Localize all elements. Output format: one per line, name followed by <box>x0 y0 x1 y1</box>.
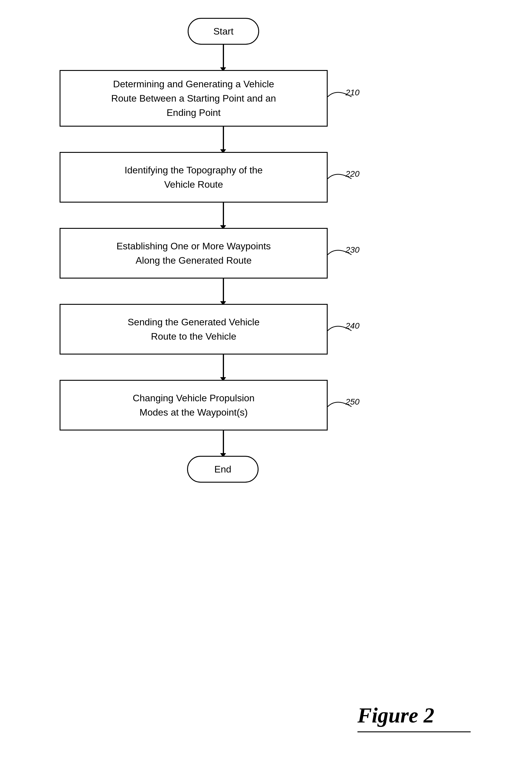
ref-210: 210 <box>346 88 360 97</box>
diagram-container: Start Determining and Generating a Vehic… <box>0 0 532 760</box>
step-210-label: Determining and Generating a VehicleRout… <box>111 77 276 120</box>
step-210-box: Determining and Generating a VehicleRout… <box>60 70 328 127</box>
step-250-box: Changing Vehicle PropulsionModes at the … <box>60 380 328 431</box>
connector-220-230 <box>223 203 224 226</box>
end-label: End <box>215 464 231 475</box>
connector-210-220 <box>223 127 224 151</box>
figure-label: Figure 2 <box>358 703 434 728</box>
step-250-label: Changing Vehicle PropulsionModes at the … <box>132 391 254 419</box>
ref-240: 240 <box>346 321 360 331</box>
ref-230: 230 <box>346 245 360 255</box>
connector-start-210 <box>223 45 224 69</box>
start-capsule: Start <box>188 18 259 45</box>
start-label: Start <box>213 26 233 37</box>
ref-220: 220 <box>346 169 360 179</box>
step-220-box: Identifying the Topography of theVehicle… <box>60 152 328 203</box>
step-230-box: Establishing One or More WaypointsAlong … <box>60 228 328 279</box>
step-220-label: Identifying the Topography of theVehicle… <box>124 163 263 192</box>
ref-250: 250 <box>346 397 360 407</box>
end-capsule: End <box>187 456 259 483</box>
connector-250-end <box>223 431 224 454</box>
connector-240-250 <box>223 355 224 378</box>
step-230-label: Establishing One or More WaypointsAlong … <box>117 239 271 267</box>
connector-230-240 <box>223 279 224 303</box>
step-240-label: Sending the Generated VehicleRoute to th… <box>128 315 260 344</box>
step-240-box: Sending the Generated VehicleRoute to th… <box>60 304 328 355</box>
figure-underline <box>358 732 471 732</box>
